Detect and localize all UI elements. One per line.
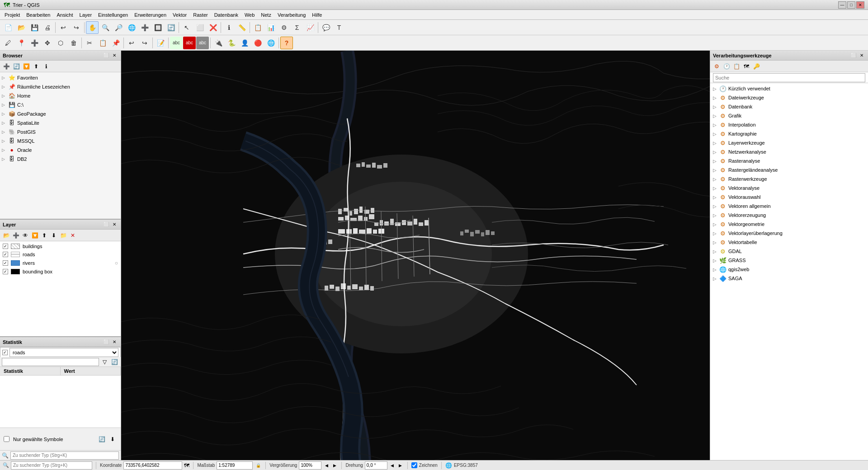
proc-item-vektor-erzeug[interactable]: ▷ ⚙ Vektorerzeugung <box>710 211 868 220</box>
browser-item-mssql[interactable]: ▷ 🗄 MSSQL <box>0 136 121 146</box>
processing-history-button[interactable]: 🕐 <box>722 62 731 71</box>
chart-button[interactable]: 📈 <box>304 21 316 34</box>
proc-item-raster-wkz[interactable]: ▷ ⚙ Rasterwerkzeuge <box>710 174 868 183</box>
select-rect-button[interactable]: ⬜ <box>193 21 206 34</box>
processing-models-button[interactable]: 🗺 <box>742 62 751 71</box>
label-abc2[interactable]: abc <box>183 37 196 49</box>
layer-move-up-button[interactable]: ⬆ <box>40 231 49 240</box>
layer-item-bbox[interactable]: ✓ bounding box <box>0 268 121 276</box>
bbox-checkbox[interactable]: ✓ <box>3 269 8 274</box>
measure-button[interactable]: 📏 <box>236 21 248 34</box>
coordinate-input[interactable] <box>123 461 182 470</box>
stats-float-button[interactable]: ⬜ <box>103 338 110 346</box>
label-abc3[interactable]: abc <box>196 37 209 49</box>
layer-group-button[interactable]: 📁 <box>59 231 68 240</box>
proc-item-vektor-geom[interactable]: ▷ ⚙ Vektorgeometrie <box>710 220 868 229</box>
zoom-out-button[interactable]: 🔎 <box>112 21 125 34</box>
menu-vektor[interactable]: Vektor <box>170 11 189 19</box>
identify-button[interactable]: ℹ <box>222 21 235 34</box>
browser-item-geopackage[interactable]: ▷ 📦 GeoPackage <box>0 109 121 118</box>
redo-edit-button[interactable]: ↪ <box>138 37 151 49</box>
mag-increase-button[interactable]: ▶ <box>331 462 338 469</box>
legend-refresh-button[interactable]: 🔄 <box>97 435 106 444</box>
stats-layer-checkbox[interactable]: ✓ <box>2 350 8 355</box>
menu-verarbeitung[interactable]: Verarbeitung <box>275 11 308 19</box>
plugins-btn5[interactable]: 🌐 <box>264 37 277 49</box>
move-feature-button[interactable]: ✥ <box>41 37 54 49</box>
proc-item-vektor-overlay[interactable]: ▷ ⚙ Vektorlayerüberlagerung <box>710 229 868 238</box>
stats-close-button[interactable]: ✕ <box>111 338 118 346</box>
browser-item-bookmarks[interactable]: ▷ 📌 Räumliche Lesezeichen <box>0 82 121 91</box>
plugins-btn3[interactable]: 👤 <box>238 37 251 49</box>
proc-item-interpolation[interactable]: ▷ ⚙ Interpolation <box>710 120 868 129</box>
browser-float-button[interactable]: ⬜ <box>103 52 110 59</box>
menu-raster[interactable]: Raster <box>190 11 210 19</box>
stats-col-wert[interactable]: Wert <box>61 367 121 375</box>
browser-filter-button[interactable]: 🔽 <box>22 62 31 71</box>
paste-features-button[interactable]: 📌 <box>109 37 122 49</box>
layer-float-button[interactable]: ⬜ <box>103 221 110 228</box>
delete-feature-button[interactable]: 🗑 <box>67 37 80 49</box>
help-button[interactable]: ? <box>280 37 293 49</box>
label-button[interactable]: 💬 <box>320 21 332 34</box>
menu-bearbeiten[interactable]: Bearbeiten <box>24 11 53 19</box>
new-project-button[interactable]: 📄 <box>2 21 14 34</box>
magnification-input[interactable] <box>299 461 321 470</box>
stats-col-statistik[interactable]: Statistik <box>0 367 61 375</box>
copy-features-button[interactable]: 📋 <box>96 37 109 49</box>
layer-item-rivers[interactable]: ✓ rivers ○ <box>0 258 121 268</box>
browser-info-button[interactable]: ℹ <box>42 62 51 71</box>
rot-increase-button[interactable]: ▶ <box>397 462 404 469</box>
undo-button[interactable]: ↩ <box>57 21 70 34</box>
scale-input[interactable] <box>217 461 253 470</box>
zoom-select-button[interactable]: 🔲 <box>151 21 164 34</box>
rotation-input[interactable] <box>365 461 387 470</box>
browser-item-c[interactable]: ▷ 💾 C:\ <box>0 100 121 109</box>
locate-input[interactable] <box>10 451 119 460</box>
plugins-btn1[interactable]: 🔌 <box>212 37 225 49</box>
calculator-button[interactable]: ⚙ <box>278 21 290 34</box>
menu-layer[interactable]: Layer <box>77 11 95 19</box>
menu-ansicht[interactable]: Ansicht <box>54 11 75 19</box>
proc-item-raster-analyse[interactable]: ▷ ⚙ Rasteranalyse <box>710 156 868 165</box>
menu-erweiterungen[interactable]: Erweiterungen <box>132 11 169 19</box>
text-button[interactable]: T <box>333 21 345 34</box>
digitize-button[interactable]: 🖊 <box>2 37 14 49</box>
proc-item-raster-gelaende[interactable]: ▷ ⚙ Rastergeländeanalyse <box>710 165 868 174</box>
browser-item-spatialite[interactable]: ▷ 🗄 SpatiaLite <box>0 118 121 127</box>
menu-netz[interactable]: Netz <box>258 11 274 19</box>
proc-item-karto[interactable]: ▷ ⚙ Kartographie <box>710 129 868 138</box>
proc-item-grafik[interactable]: ▷ ⚙ Grafik <box>710 111 868 120</box>
proc-item-qgis2web[interactable]: ▷ 🌐 qgis2web <box>710 265 868 274</box>
layer-item-roads[interactable]: ✓ roads <box>0 250 121 258</box>
processing-close-button[interactable]: ✕ <box>858 52 865 59</box>
browser-collapse-button[interactable]: ⬆ <box>32 62 41 71</box>
proc-item-saga[interactable]: ▷ 🔷 SAGA <box>710 274 868 283</box>
add-feature-button[interactable]: ➕ <box>28 37 41 49</box>
plugins-btn2[interactable]: 🐍 <box>225 37 238 49</box>
proc-item-db[interactable]: ▷ ⚙ Datenbank <box>710 102 868 111</box>
rivers-checkbox[interactable]: ✓ <box>3 260 8 266</box>
processing-results-button[interactable]: 📋 <box>732 62 741 71</box>
map-area[interactable] <box>121 51 710 460</box>
layer-filter-button[interactable]: 🔽 <box>30 231 39 240</box>
stats-layer-dropdown[interactable]: roads buildings rivers bounding box <box>9 348 118 357</box>
zoom-full-button[interactable]: 🌐 <box>125 21 138 34</box>
proc-item-vektoren-allg[interactable]: ▷ ⚙ Vektoren allgemein <box>710 202 868 211</box>
browser-add-button[interactable]: ➕ <box>2 62 11 71</box>
scale-lock-button[interactable]: 🔒 <box>255 462 262 469</box>
processing-settings-button[interactable]: ⚙ <box>712 62 721 71</box>
layer-close-button[interactable]: ✕ <box>111 221 118 228</box>
menu-hilfe[interactable]: Hilfe <box>309 11 325 19</box>
processing-help-button[interactable]: 🔑 <box>752 62 761 71</box>
layer-item-buildings[interactable]: ✓ buildings <box>0 242 121 250</box>
proc-item-vektor-auswahl[interactable]: ▷ ⚙ Vektorauswahl <box>710 193 868 202</box>
minimize-button[interactable]: — <box>838 1 846 9</box>
undo-edit-button[interactable]: ↩ <box>125 37 138 49</box>
menu-datenbank[interactable]: Datenbank <box>212 11 241 19</box>
mag-decrease-button[interactable]: ◀ <box>323 462 330 469</box>
draw-checkbox[interactable] <box>411 462 417 468</box>
browser-item-oracle[interactable]: ▷ ● Oracle <box>0 146 121 155</box>
stats-filter-input[interactable] <box>2 358 99 366</box>
rivers-expand[interactable]: ○ <box>115 260 118 266</box>
